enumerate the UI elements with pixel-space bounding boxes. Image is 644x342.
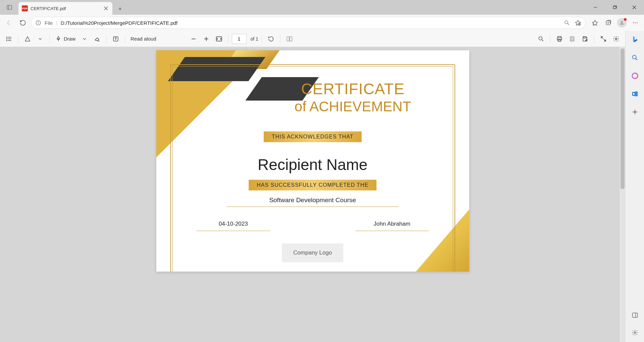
- main-area: Draw Read aloud of 1: [0, 31, 644, 342]
- separator: [18, 35, 18, 43]
- svg-rect-53: [571, 37, 574, 38]
- read-aloud-button[interactable]: Read aloud: [128, 33, 158, 45]
- svg-point-31: [7, 37, 7, 38]
- contents-icon[interactable]: [3, 33, 15, 45]
- outlook-icon[interactable]: [629, 88, 641, 100]
- pdf-icon: PDF: [22, 5, 28, 11]
- tab-close-button[interactable]: [103, 5, 109, 11]
- separator: [106, 35, 107, 43]
- window-controls: [586, 1, 644, 14]
- vertical-scrollbar[interactable]: [619, 47, 625, 342]
- office-icon[interactable]: [629, 70, 641, 82]
- separator: [280, 35, 280, 43]
- svg-rect-52: [558, 39, 561, 41]
- collections-icon[interactable]: [602, 17, 614, 29]
- edge-sidebar: [625, 31, 644, 342]
- svg-line-57: [604, 39, 606, 41]
- svg-rect-5: [613, 6, 616, 9]
- add-rail-icon[interactable]: [629, 106, 641, 118]
- pdf-page: CERTIFICATE of ACHIEVEMENT THIS ACKNOWLE…: [156, 50, 469, 272]
- save-as-icon[interactable]: [579, 33, 591, 45]
- page-total-label: of 1: [251, 36, 258, 42]
- content-column: Draw Read aloud of 1: [0, 31, 625, 342]
- tab-title: CERTIFICATE.pdf: [31, 6, 100, 11]
- url-text: D:/Tutorial%20Project/MergePDF/CERTIFICA…: [61, 20, 177, 26]
- star-favorite-icon[interactable]: [575, 19, 581, 26]
- separator: [49, 35, 50, 43]
- minimize-button[interactable]: [586, 1, 605, 14]
- url-scheme-label: File: [45, 20, 53, 26]
- close-window-button[interactable]: [625, 1, 644, 14]
- highlight-icon[interactable]: [22, 33, 33, 45]
- zoom-in-button[interactable]: [201, 33, 212, 45]
- svg-point-33: [7, 39, 7, 39]
- svg-point-35: [7, 40, 7, 41]
- svg-rect-67: [632, 313, 637, 317]
- find-icon[interactable]: [535, 33, 547, 45]
- page-view-icon[interactable]: [284, 33, 295, 45]
- pdf-viewport[interactable]: CERTIFICATE of ACHIEVEMENT THIS ACKNOWLE…: [0, 47, 625, 342]
- svg-point-58: [615, 38, 617, 40]
- pdf-toolbar: Draw Read aloud of 1: [0, 31, 625, 47]
- svg-line-56: [601, 37, 603, 39]
- print-icon[interactable]: [554, 33, 565, 45]
- certificate-signer: John Abraham: [355, 221, 429, 231]
- refresh-button[interactable]: [17, 17, 29, 29]
- zoom-icon[interactable]: [564, 20, 570, 26]
- ack-banner: THIS ACKNOWLEDGES THAT: [264, 131, 362, 142]
- recipient-name: Recipient Name: [156, 156, 469, 174]
- svg-point-48: [539, 37, 542, 40]
- svg-rect-54: [571, 39, 574, 41]
- tab-strip: PDF CERTIFICATE.pdf +: [18, 0, 126, 15]
- scrollbar-thumb[interactable]: [621, 48, 625, 189]
- collapse-sidebar-icon[interactable]: [629, 309, 641, 321]
- maximize-button[interactable]: [605, 1, 625, 14]
- svg-point-10: [38, 21, 38, 22]
- addressbar-actions: [564, 19, 581, 26]
- draw-tool[interactable]: Draw: [53, 33, 77, 45]
- address-bar[interactable]: File | D:/Tutorial%20Project/MergePDF/CE…: [31, 17, 586, 29]
- fullscreen-icon[interactable]: [598, 33, 609, 45]
- certificate-title: CERTIFICATE of ACHIEVEMENT: [257, 80, 449, 115]
- certificate-date: 04-10-2023: [197, 221, 270, 231]
- separator: [262, 35, 262, 43]
- more-menu-icon[interactable]: [629, 17, 641, 29]
- svg-point-59: [632, 55, 636, 59]
- svg-point-27: [635, 22, 636, 23]
- certificate-title-line1: CERTIFICATE: [257, 80, 449, 98]
- save-icon[interactable]: [567, 33, 578, 45]
- profile-icon[interactable]: [616, 17, 628, 29]
- back-button[interactable]: [3, 17, 15, 29]
- svg-rect-46: [287, 37, 289, 41]
- titlebar: PDF CERTIFICATE.pdf +: [0, 0, 644, 15]
- svg-point-64: [633, 93, 635, 95]
- svg-line-12: [568, 23, 569, 25]
- new-tab-button[interactable]: +: [114, 3, 126, 15]
- favorites-icon[interactable]: [589, 17, 601, 29]
- svg-marker-17: [593, 20, 598, 25]
- draw-dropdown-icon[interactable]: [79, 33, 90, 45]
- separator: [228, 35, 228, 43]
- svg-line-49: [542, 40, 543, 41]
- tab-certificate[interactable]: PDF CERTIFICATE.pdf: [18, 2, 112, 15]
- svg-rect-63: [635, 92, 638, 97]
- separator: [125, 35, 125, 43]
- zoom-out-button[interactable]: [188, 33, 199, 45]
- toolbar-actions: [588, 17, 641, 29]
- settings-icon[interactable]: [610, 33, 622, 45]
- highlight-dropdown-icon[interactable]: [35, 33, 46, 45]
- svg-point-69: [634, 332, 636, 334]
- site-info-icon[interactable]: [35, 20, 41, 26]
- text-tool-icon[interactable]: [110, 33, 121, 45]
- erase-icon[interactable]: [92, 33, 103, 45]
- rotate-icon[interactable]: [265, 33, 277, 45]
- certificate-title-line2: of ACHIEVEMENT: [257, 99, 449, 115]
- fit-width-icon[interactable]: [213, 33, 225, 45]
- search-rail-icon[interactable]: [629, 52, 641, 64]
- tab-actions-icon[interactable]: [0, 4, 18, 10]
- bing-icon[interactable]: [629, 34, 641, 46]
- company-logo-placeholder: Company Logo: [282, 243, 343, 262]
- svg-point-11: [565, 21, 568, 24]
- page-number-input[interactable]: [232, 34, 247, 44]
- sidebar-settings-icon[interactable]: [629, 327, 641, 339]
